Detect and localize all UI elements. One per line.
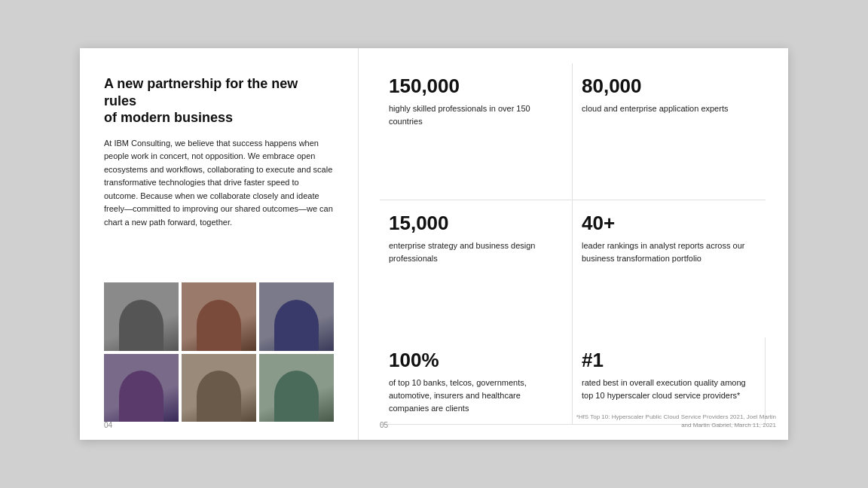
stat-cell-0: 150,000 highly skilled professionals in … [380,63,573,200]
stats-grid: 150,000 highly skilled professionals in … [380,63,766,425]
stat-desc-3: leader rankings in analyst reports acros… [582,239,752,265]
stat-number-3: 40+ [582,212,752,234]
people-grid [104,282,334,422]
stat-desc-5: rated best in overall execution quality … [582,377,751,402]
person-image-4 [104,354,179,422]
stat-desc-2: enterprise strategy and business design … [389,239,558,265]
page-number-right: 05 [380,421,388,429]
stat-desc-4: of top 10 banks, telcos, governments, au… [389,377,558,415]
stat-cell-5: #1 rated best in overall execution quali… [573,337,766,425]
stat-desc-0: highly skilled professionals in over 150… [389,102,558,128]
stat-desc-1: cloud and enterprise application experts [582,102,752,115]
footnote: *HfS Top 10: Hyperscaler Public Cloud Se… [565,413,776,429]
page-title: A new partnership for the new rules of m… [104,75,334,127]
stat-number-5: #1 [582,349,751,371]
stat-number-1: 80,000 [582,75,752,97]
stat-cell-4: 100% of top 10 banks, telcos, government… [380,337,573,425]
person-image-6 [259,354,334,422]
stat-cell-1: 80,000 cloud and enterprise application … [573,63,766,200]
body-text: At IBM Consulting, we believe that succe… [104,137,334,271]
title-line2: of modern business [104,110,233,125]
page-right: 150,000 highly skilled professionals in … [359,48,788,440]
document: A new partnership for the new rules of m… [80,48,788,440]
person-image-3 [259,282,334,351]
page-number-left: 04 [104,421,112,429]
stat-cell-2: 15,000 enterprise strategy and business … [380,200,573,337]
title-line1: A new partnership for the new rules [104,76,298,108]
page-left: A new partnership for the new rules of m… [80,48,359,440]
person-image-5 [182,354,256,422]
stat-number-4: 100% [389,349,558,371]
stat-cell-3: 40+ leader rankings in analyst reports a… [573,200,766,337]
stat-number-2: 15,000 [389,212,558,234]
person-image-1 [104,282,179,351]
person-image-2 [182,282,256,351]
stat-number-0: 150,000 [389,75,558,97]
